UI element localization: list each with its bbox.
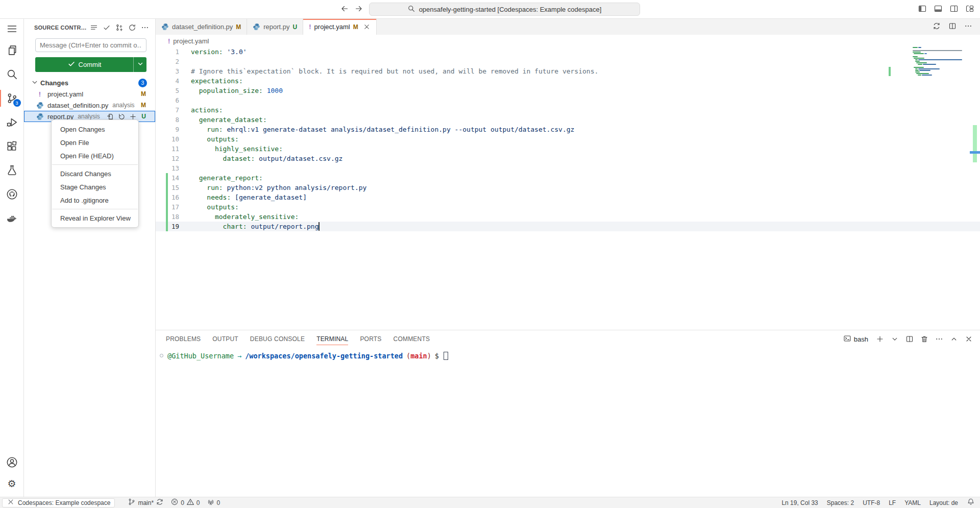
code-line-12[interactable]: 12 dataset: output/dataset.csv.gz (156, 154, 980, 163)
code-line-8[interactable]: 8 generate_dataset: (156, 115, 980, 125)
activity-item-account[interactable] (0, 452, 24, 472)
code-line-17[interactable]: 17 outputs: (156, 202, 980, 212)
menu-item-open-changes[interactable]: Open Changes (52, 123, 138, 136)
chevron-down-icon[interactable] (891, 335, 899, 343)
branch-status[interactable]: main* (128, 498, 164, 507)
code-line-18[interactable]: 18 moderately_sensitive: (156, 212, 980, 222)
menu-item-open-file[interactable]: Open File (52, 136, 138, 149)
change-row-dataset_definition.py[interactable]: dataset_definition.pyanalysisM (24, 100, 155, 111)
terminal[interactable]: @GitHub_Username → /workspaces/opensafel… (156, 348, 980, 497)
panel-tab-output[interactable]: OUTPUT (212, 334, 238, 344)
tab-project.yaml[interactable]: !project.yamlM (303, 19, 376, 35)
activity-item-source-control[interactable]: 3 (0, 86, 24, 110)
code-text: outputs: (191, 134, 239, 144)
panel-tab-ports[interactable]: PORTS (360, 334, 381, 344)
activity-item-testing[interactable] (0, 158, 24, 182)
code-line-11[interactable]: 11 highly_sensitive: (156, 144, 980, 154)
split-icon[interactable] (905, 335, 914, 343)
back-button[interactable] (340, 5, 349, 14)
forward-button[interactable] (355, 5, 363, 14)
close-icon[interactable] (965, 335, 973, 343)
eol[interactable]: LF (889, 499, 896, 506)
docker-icon (6, 212, 18, 224)
ellipsis-icon[interactable] (935, 335, 943, 343)
close-icon[interactable] (363, 23, 371, 31)
code-editor[interactable]: 1version: '3.0'23# Ignore this`expectati… (156, 47, 980, 330)
terminal-shell-label[interactable]: bash (843, 334, 868, 344)
breadcrumb[interactable]: ! project.yaml (156, 35, 980, 47)
activity-item-extensions[interactable] (0, 134, 24, 158)
tab-report.py[interactable]: report.pyU (247, 19, 303, 35)
activity-item-run-debug[interactable] (0, 110, 24, 134)
minimap[interactable] (913, 47, 965, 124)
code-line-19[interactable]: 19 chart: output/report.png (156, 222, 980, 231)
menu-item-open-file-head-[interactable]: Open File (HEAD) (52, 149, 138, 162)
minimap-line (915, 68, 918, 69)
code-line-13[interactable]: 13 (156, 163, 980, 173)
commit-button[interactable]: Commit (35, 57, 146, 72)
encoding[interactable]: UTF-8 (863, 499, 880, 506)
indentation[interactable]: Spaces: 2 (827, 499, 854, 506)
code-line-6[interactable]: 6 (156, 95, 980, 105)
change-row-project.yaml[interactable]: !project.yamlM (24, 88, 155, 100)
check-icon[interactable] (103, 23, 111, 32)
tab-dataset_definition.py[interactable]: dataset_definition.pyM (156, 19, 247, 35)
activity-item-docker[interactable] (0, 206, 24, 230)
editor-group: dataset_definition.pyMreport.pyU!project… (156, 19, 980, 497)
graph-icon[interactable] (115, 23, 124, 32)
code-line-16[interactable]: 16 needs: [generate_dataset] (156, 192, 980, 202)
language-mode[interactable]: YAML (904, 499, 921, 506)
menu-item-reveal-in-explorer-view[interactable]: Reveal in Explorer View (52, 211, 138, 225)
trash-icon[interactable] (920, 335, 928, 343)
code-line-15[interactable]: 15 run: python:v2 python analysis/report… (156, 183, 980, 192)
activity-item-search[interactable] (0, 62, 24, 86)
open-changes-icon[interactable] (933, 22, 941, 32)
panel-tab-debug-console[interactable]: DEBUG CONSOLE (250, 334, 305, 344)
panel-tab-problems[interactable]: PROBLEMS (166, 334, 201, 344)
layout-status[interactable]: Layout: de (929, 499, 958, 506)
menu-item-stage-changes[interactable]: Stage Changes (52, 180, 138, 193)
activity-item-menu[interactable] (0, 19, 24, 38)
check-icon (67, 60, 76, 69)
code-line-2[interactable]: 2 (156, 57, 980, 66)
notifications-bell[interactable] (967, 498, 975, 507)
menu-item-add-to-gitignore[interactable]: Add to .gitignore (52, 193, 138, 207)
activity-item-settings[interactable]: ⚙ (0, 472, 24, 496)
panel-tab-terminal[interactable]: TERMINAL (316, 334, 348, 344)
code-line-7[interactable]: 7actions: (156, 105, 980, 115)
refresh-icon[interactable] (128, 23, 136, 32)
overview-ruler[interactable] (970, 47, 980, 330)
command-center-search[interactable]: opensafely-getting-started [Codespaces: … (369, 3, 640, 16)
code-line-14[interactable]: 14 generate_report: (156, 173, 980, 183)
more-actions-icon[interactable] (964, 22, 972, 32)
changes-list: !project.yamlMdataset_definition.pyanaly… (24, 88, 155, 122)
code-line-9[interactable]: 9 run: ehrql:v1 generate-dataset analysi… (156, 125, 980, 134)
changes-section-header[interactable]: Changes 3 (24, 77, 155, 88)
problems-status[interactable]: 0 0 (170, 498, 200, 507)
panel-tab-comments[interactable]: COMMENTS (394, 334, 430, 344)
toggle-sidebar-left-icon[interactable] (918, 5, 926, 14)
chevron-up-icon[interactable] (950, 335, 958, 343)
toggle-sidebar-right-icon[interactable] (950, 5, 958, 14)
code-line-4[interactable]: 4expectations: (156, 76, 980, 86)
code-line-1[interactable]: 1version: '3.0' (156, 47, 980, 57)
add-icon[interactable] (876, 335, 884, 343)
activity-item-explorer[interactable] (0, 38, 24, 62)
view-list-icon[interactable] (90, 23, 98, 32)
remote-indicator[interactable]: Codespaces: Example codespace (2, 498, 115, 507)
cursor-position[interactable]: Ln 19, Col 33 (781, 499, 818, 506)
code-line-10[interactable]: 10 outputs: (156, 134, 980, 144)
ports-status[interactable]: 0 (207, 498, 220, 507)
toggle-panel-icon[interactable] (934, 5, 942, 14)
terminal-cursor (444, 352, 448, 360)
customize-layout-icon[interactable] (966, 5, 974, 14)
commit-dropdown-button[interactable] (133, 57, 146, 72)
menu-item-discard-changes[interactable]: Discard Changes (52, 167, 138, 180)
code-line-3[interactable]: 3# Ignore this`expectation` block. It is… (156, 66, 980, 76)
ellipsis-icon[interactable] (141, 23, 149, 32)
minimap-line (916, 73, 929, 74)
code-line-5[interactable]: 5 population_size: 1000 (156, 86, 980, 95)
activity-item-github[interactable] (0, 182, 24, 206)
commit-message-input[interactable] (35, 38, 146, 52)
split-editor-icon[interactable] (948, 22, 957, 32)
